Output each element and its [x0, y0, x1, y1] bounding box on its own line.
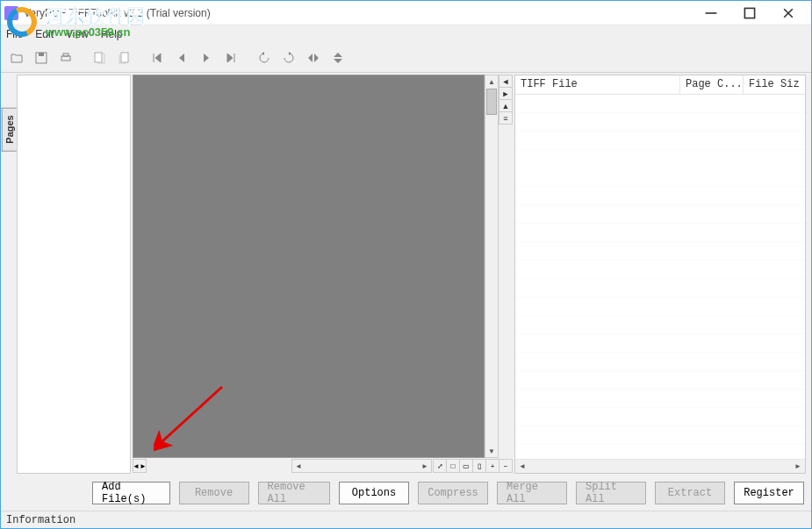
- side-tool-expand-icon[interactable]: ≡: [499, 111, 513, 125]
- side-tool-up-icon[interactable]: ▲: [499, 99, 513, 112]
- toolbar-last-button[interactable]: [220, 47, 241, 68]
- zoom-width-icon[interactable]: ▭: [459, 459, 473, 473]
- svg-rect-2: [39, 53, 44, 56]
- scroll-thumb[interactable]: [486, 89, 497, 115]
- last-page-icon: [224, 51, 238, 65]
- split-all-button[interactable]: Split All: [576, 482, 646, 504]
- window-title: VeryPDF TIFFToolkit v2.2 (Trial version): [24, 7, 211, 19]
- preview-side-tools: ◄ ► ▲ ≡: [499, 75, 513, 458]
- pages-sidebar-tab[interactable]: Pages: [1, 73, 17, 475]
- page-next-icon: [117, 51, 131, 65]
- extract-button[interactable]: Extract: [655, 482, 725, 504]
- scroll-down-icon[interactable]: ▼: [485, 445, 498, 457]
- fl-scroll-right-icon[interactable]: ►: [791, 461, 805, 473]
- toolbar: [1, 43, 811, 73]
- toolbar-save-button[interactable]: [31, 47, 52, 68]
- close-button[interactable]: [769, 1, 808, 25]
- col-page-count[interactable]: Page C...: [680, 75, 744, 94]
- file-list-horizontal-scrollbar[interactable]: ◄ ►: [515, 459, 805, 473]
- preview-vertical-scrollbar[interactable]: ▲ ▼: [485, 75, 499, 458]
- add-files-button[interactable]: Add File(s): [92, 482, 170, 504]
- zoom-actual-icon[interactable]: □: [446, 459, 460, 473]
- toolbar-print-button[interactable]: [55, 47, 76, 68]
- scroll-left-icon[interactable]: ◄: [292, 460, 305, 472]
- options-button[interactable]: Options: [339, 482, 409, 504]
- svg-rect-5: [95, 53, 102, 62]
- toolbar-prev-button[interactable]: [171, 47, 192, 68]
- side-tool-prev-icon[interactable]: ◄: [499, 75, 513, 88]
- maximize-icon: [743, 6, 757, 20]
- toolbar-page-next-button[interactable]: [113, 47, 134, 68]
- toolbar-open-button[interactable]: [6, 47, 27, 68]
- menu-view[interactable]: View: [66, 28, 89, 40]
- preview-pane: ▲ ▼ ◄ ► ▲ ≡ ◄► ◄: [133, 75, 513, 474]
- remove-button[interactable]: Remove: [179, 482, 249, 504]
- page-prev-icon: [92, 51, 106, 65]
- rotate-right-icon: [282, 51, 296, 65]
- close-icon: [781, 6, 795, 20]
- statusbar: Information: [1, 511, 811, 528]
- zoom-out-icon[interactable]: −: [499, 459, 513, 473]
- next-icon: [199, 51, 213, 65]
- maximize-button[interactable]: [730, 1, 769, 25]
- minimize-button[interactable]: [692, 1, 730, 25]
- file-list-header: TIFF File Page C... File Siz: [515, 75, 805, 95]
- toolbar-rotate-left-button[interactable]: [254, 47, 275, 68]
- preview-bottom-bar: ◄► ◄ ► ⤢ □ ▭ ▯ + −: [133, 458, 513, 474]
- preview-horizontal-scrollbar[interactable]: ◄ ►: [291, 459, 432, 473]
- rotate-left-icon: [257, 51, 271, 65]
- app-icon: [4, 6, 18, 20]
- menu-edit[interactable]: Edit: [35, 28, 54, 40]
- remove-all-button[interactable]: Remove All: [258, 482, 330, 504]
- scroll-right-icon[interactable]: ►: [419, 460, 431, 472]
- app-window: 河东软件园 www.pc0359.cn VeryPDF TIFFToolkit …: [0, 0, 812, 529]
- toolbar-flip-v-button[interactable]: [327, 47, 349, 68]
- toolbar-rotate-right-button[interactable]: [278, 47, 299, 68]
- action-bar: Add File(s) Remove Remove All Options Co…: [1, 475, 811, 511]
- preview-canvas[interactable]: [133, 75, 485, 458]
- save-icon: [34, 51, 48, 65]
- merge-all-button[interactable]: Merge All: [497, 482, 567, 504]
- menu-file[interactable]: File: [6, 28, 23, 40]
- file-list-panel: TIFF File Page C... File Siz ◄ ►: [514, 75, 806, 474]
- flip-horizontal-icon: [306, 51, 320, 65]
- svg-rect-3: [61, 56, 70, 61]
- minimize-icon: [704, 6, 718, 20]
- col-file-size[interactable]: File Siz: [744, 75, 805, 94]
- side-tool-next-icon[interactable]: ►: [499, 87, 513, 100]
- prev-icon: [175, 51, 189, 65]
- compress-button[interactable]: Compress: [418, 482, 488, 504]
- print-icon: [59, 51, 73, 65]
- toolbar-page-prev-button[interactable]: [89, 47, 110, 68]
- file-list-body[interactable]: [515, 95, 805, 459]
- pan-split-icon[interactable]: ◄►: [133, 459, 147, 473]
- zoom-in-icon[interactable]: +: [485, 459, 499, 473]
- zoom-fit-icon[interactable]: ⤢: [433, 459, 447, 473]
- titlebar: VeryPDF TIFFToolkit v2.2 (Trial version): [1, 1, 811, 25]
- menubar: File Edit View Help: [1, 25, 811, 43]
- svg-rect-0: [744, 8, 754, 18]
- zoom-height-icon[interactable]: ▯: [472, 459, 486, 473]
- thumbnail-panel[interactable]: [17, 75, 131, 474]
- svg-rect-6: [121, 53, 128, 62]
- menu-help[interactable]: Help: [101, 28, 123, 40]
- open-icon: [10, 51, 24, 65]
- toolbar-flip-h-button[interactable]: [303, 47, 324, 68]
- content-area: Pages ▲ ▼ ◄ ► ▲ ≡: [1, 73, 811, 475]
- register-button[interactable]: Register: [734, 482, 804, 504]
- status-label: Information: [6, 514, 75, 526]
- toolbar-first-button[interactable]: [147, 47, 168, 68]
- fl-scroll-left-icon[interactable]: ◄: [515, 461, 529, 473]
- flip-vertical-icon: [331, 51, 345, 65]
- scroll-up-icon[interactable]: ▲: [485, 75, 498, 88]
- pages-tab-label: Pages: [2, 107, 17, 151]
- col-tiff-file[interactable]: TIFF File: [515, 75, 680, 94]
- svg-rect-4: [63, 54, 68, 56]
- toolbar-next-button[interactable]: [196, 47, 217, 68]
- first-page-icon: [150, 51, 164, 65]
